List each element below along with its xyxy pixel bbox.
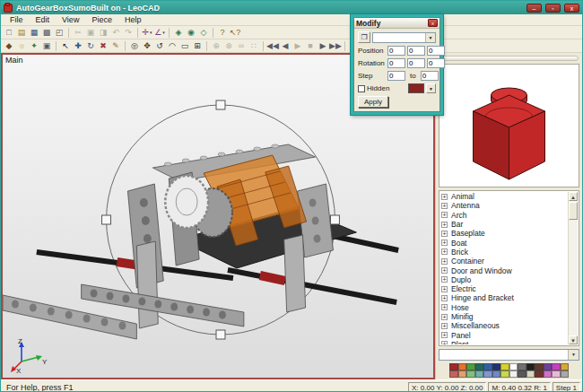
color-swatch[interactable] — [483, 363, 492, 370]
move-button[interactable]: ✚ — [72, 40, 84, 52]
expand-icon[interactable]: + — [441, 258, 448, 265]
step-to-field[interactable] — [421, 71, 439, 81]
first-step-button[interactable]: ◀◀ — [266, 40, 279, 52]
expand-icon[interactable]: + — [441, 248, 448, 255]
expand-icon[interactable]: + — [441, 194, 448, 200]
selected-color-swatch[interactable] — [408, 83, 424, 93]
maximize-button[interactable]: ▫ — [545, 4, 561, 13]
help-button[interactable]: ? — [216, 27, 229, 39]
scroll-up-icon[interactable]: ▲ — [569, 192, 578, 201]
modify-piece-combo[interactable]: ▼ — [372, 32, 436, 43]
close-button[interactable]: x — [564, 4, 579, 13]
menu-item[interactable]: Piece — [86, 15, 117, 24]
hidden-checkbox[interactable] — [358, 85, 365, 92]
color-swatch[interactable] — [466, 363, 475, 370]
color-swatch-translucent[interactable] — [561, 370, 570, 378]
move-snap-button[interactable]: ✛▾ — [141, 27, 153, 39]
tree-scrollbar[interactable]: ▲ ▼ — [568, 192, 578, 344]
new-button[interactable]: □ — [3, 27, 15, 39]
color-swatch-translucent[interactable] — [509, 370, 518, 378]
expand-icon[interactable]: + — [441, 276, 448, 283]
link-button[interactable]: ∞ — [235, 40, 248, 52]
step-from-field[interactable] — [387, 71, 405, 81]
parts-category[interactable]: + Antenna — [441, 201, 568, 210]
minimize-button[interactable]: – — [526, 4, 542, 13]
color-swatch[interactable] — [509, 363, 518, 370]
parts-category[interactable]: + Baseplate — [441, 229, 568, 238]
piece-preview[interactable] — [439, 64, 579, 187]
expand-icon[interactable]: + — [441, 240, 448, 246]
parts-category[interactable]: + Duplo — [441, 275, 568, 284]
color-swatch[interactable] — [492, 363, 501, 370]
color-swatch[interactable] — [500, 363, 509, 370]
rotation-y-field[interactable] — [407, 58, 425, 68]
chevron-down-icon[interactable]: ▼ — [568, 350, 579, 360]
expand-icon[interactable]: + — [441, 304, 448, 310]
apply-button[interactable]: Apply — [358, 96, 388, 108]
color-swatch-translucent[interactable] — [458, 370, 467, 378]
paste-button[interactable]: ◨ — [97, 27, 109, 39]
panel-grip[interactable] — [439, 56, 579, 61]
modify-dialog[interactable]: Modify x ❒ ▼ Position R — [353, 17, 440, 112]
open-button[interactable]: ▤ — [15, 27, 28, 39]
front-post-right[interactable] — [284, 235, 306, 312]
insert-piece-button[interactable]: ◆ — [3, 40, 15, 52]
parts-category[interactable]: + Plant — [441, 340, 568, 344]
close-icon[interactable]: x — [428, 19, 438, 27]
chevron-down-icon[interactable]: ▼ — [425, 33, 435, 42]
scroll-down-icon[interactable]: ▼ — [569, 335, 578, 344]
expand-icon[interactable]: + — [441, 341, 448, 344]
redo-button[interactable]: ↷ — [122, 27, 135, 39]
position-z-field[interactable] — [427, 46, 445, 56]
color-swatch-translucent[interactable] — [535, 370, 544, 378]
copy-button[interactable]: ▣ — [84, 27, 97, 39]
color-swatch-translucent[interactable] — [518, 370, 526, 378]
rotation-z-field[interactable] — [427, 58, 445, 68]
print-preview-button[interactable]: ◰ — [53, 27, 65, 39]
parts-category[interactable]: + Brick — [441, 248, 568, 257]
color-swatch-translucent[interactable] — [500, 370, 509, 378]
color-swatch-translucent[interactable] — [544, 370, 553, 378]
parts-category[interactable]: + Electric — [441, 284, 568, 293]
color-swatch[interactable] — [475, 363, 484, 370]
modify-dialog-titlebar[interactable]: Modify x — [354, 18, 439, 29]
expand-icon[interactable]: + — [441, 323, 448, 329]
color-swatch[interactable] — [544, 363, 553, 370]
expand-icon[interactable]: + — [441, 332, 448, 338]
parts-category[interactable]: + Minifig — [441, 312, 568, 321]
parts-category[interactable]: + Panel — [441, 330, 568, 339]
menu-item[interactable]: File — [4, 15, 29, 24]
expand-icon[interactable]: + — [441, 267, 448, 274]
scroll-thumb[interactable] — [569, 202, 578, 220]
front-post-left[interactable] — [136, 241, 158, 328]
color-swatch[interactable] — [552, 363, 561, 370]
parts-category[interactable]: + Hose — [441, 303, 568, 312]
expand-icon[interactable]: + — [441, 212, 448, 218]
parts-category[interactable]: + Container — [441, 257, 568, 266]
piece-combo[interactable]: ▼ — [439, 349, 579, 361]
position-x-field[interactable] — [387, 46, 405, 56]
zoom-region-button[interactable]: ▭ — [178, 40, 191, 52]
position-y-field[interactable] — [407, 46, 425, 56]
cut-button[interactable]: ✂ — [72, 27, 84, 39]
insert-camera-button[interactable]: ▣ — [40, 40, 53, 52]
roll-button[interactable]: ◠ — [166, 40, 178, 52]
parts-category[interactable]: + Arch — [441, 211, 568, 220]
color-swatch[interactable] — [518, 363, 526, 370]
tile-button[interactable]: ∷ — [248, 40, 260, 52]
draw-with-snap-button[interactable]: ◈ — [172, 27, 185, 39]
orbit-button[interactable]: ⊕ — [210, 40, 222, 52]
color-swatch[interactable] — [449, 363, 458, 370]
color-swatch-translucent[interactable] — [466, 370, 475, 378]
rotation-x-field[interactable] — [387, 58, 405, 68]
color-swatch-translucent[interactable] — [483, 370, 492, 378]
expand-icon[interactable]: + — [441, 286, 448, 292]
color-swatch[interactable] — [458, 363, 467, 370]
parts-category[interactable]: + Animal — [441, 192, 568, 201]
parts-category[interactable]: + Hinge and Bracket — [441, 293, 568, 302]
play-button[interactable]: ▶ — [292, 40, 304, 52]
menu-item[interactable]: View — [57, 15, 84, 24]
delete-button[interactable]: ✖ — [97, 40, 109, 52]
color-swatch-translucent[interactable] — [449, 370, 458, 378]
look-at-button[interactable]: ⊗ — [222, 40, 235, 52]
